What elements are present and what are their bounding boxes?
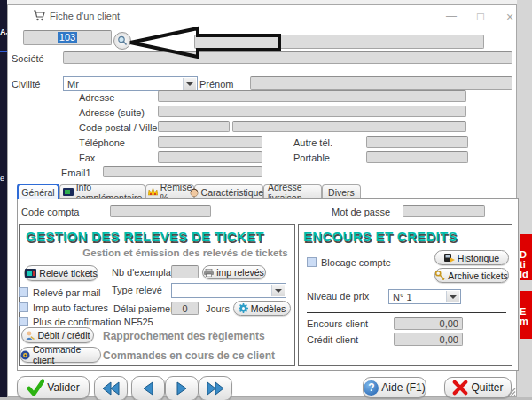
previous-record-icon — [141, 380, 155, 396]
face-icon — [190, 188, 199, 197]
background-divider — [0, 51, 7, 52]
encours-section-title: ENCOURS ET CREDITS — [303, 229, 458, 244]
minimize-icon[interactable]: — — [442, 10, 460, 22]
imp-auto-factures-label: Imp auto factures — [33, 302, 108, 313]
telephone-field[interactable] — [158, 136, 262, 148]
next-record-button[interactable] — [165, 376, 199, 400]
aide-button[interactable]: ? Aide (F1) — [363, 377, 426, 398]
tab-adresse-livraison[interactable]: Adresse livraison — [263, 184, 322, 199]
portable-label: Portable — [293, 153, 330, 163]
delai-paiement-label: Délai paiement — [113, 303, 178, 314]
societe-label: Société — [12, 53, 44, 64]
email1-field[interactable] — [103, 166, 262, 177]
nf525-checkbox[interactable] — [19, 317, 28, 326]
civilite-select[interactable]: Mr — [63, 76, 198, 91]
blocage-compte-checkbox[interactable] — [307, 257, 317, 267]
prenom-field[interactable] — [250, 76, 512, 90]
releve-par-mail-checkbox[interactable] — [19, 287, 28, 297]
commande-client-button[interactable]: Commande client — [20, 347, 101, 363]
nf525-label: Plus de confirmation NF525 — [33, 317, 153, 327]
help-icon: ? — [364, 380, 379, 396]
background-red-button[interactable]: E m — [520, 291, 532, 339]
chevron-down-icon[interactable] — [183, 78, 196, 90]
chevron-down-icon[interactable] — [271, 285, 285, 296]
client-form-window: Fiche d'un client — □ × 103 Société Civi… — [7, 4, 517, 397]
background-text-fragment: e — [0, 174, 4, 183]
nb-exemplaires-field[interactable] — [171, 265, 199, 278]
prenom-label: Prénom — [200, 79, 234, 90]
rapprochement-text: Rapprochement des règlements — [103, 330, 265, 342]
tab-remise[interactable]: Remise % — [145, 184, 194, 199]
ville-field[interactable] — [232, 121, 466, 132]
modeles-button[interactable]: Modèles — [233, 301, 291, 316]
tab-divers[interactable]: Divers — [322, 184, 361, 199]
jours-label: Jours — [206, 303, 230, 314]
mot-de-passe-field[interactable] — [403, 205, 485, 217]
tickets-section-title: GESTION DES RELEVES DE TICKET — [26, 229, 264, 244]
next-record-icon — [175, 380, 189, 396]
window-title: Fiche d'un client — [50, 11, 120, 21]
email1-label: Email1 — [61, 168, 91, 178]
tab-caracteristiques[interactable]: Caractéristiques — [194, 184, 263, 199]
client-number-field[interactable]: 103 — [23, 30, 112, 45]
previous-record-button[interactable] — [131, 376, 165, 400]
annotation-arrow-icon — [125, 25, 285, 60]
discount-icon — [148, 188, 158, 196]
adresse-field[interactable] — [158, 90, 466, 102]
code-postal-field[interactable] — [158, 121, 230, 132]
encours-client-field: 0,00 — [394, 317, 463, 330]
debit-credit-button[interactable]: Débit / crédit — [21, 327, 94, 343]
code-postal-ville-label: Code postal / Ville — [79, 122, 157, 133]
code-compta-label: Code compta — [21, 207, 79, 217]
historique-button[interactable]: Historique — [434, 250, 509, 265]
adresse-label: Adresse — [79, 92, 114, 103]
last-record-button[interactable] — [199, 376, 232, 400]
quit-icon — [452, 380, 468, 396]
delai-paiement-field[interactable]: 0 — [171, 302, 199, 315]
releve-tickets-button[interactable]: Relevé tickets — [24, 265, 98, 281]
civilite-value: Mr — [67, 79, 79, 90]
check-icon — [27, 379, 44, 396]
portable-field[interactable] — [366, 151, 468, 163]
background-left-strip: AJ e — [0, 0, 7, 400]
history-icon — [444, 253, 455, 263]
info-card-icon — [63, 188, 74, 196]
order-icon — [20, 350, 30, 360]
person-icon — [26, 331, 35, 341]
fax-field[interactable] — [158, 151, 262, 163]
receipt-machine-icon — [25, 269, 36, 278]
maximize-icon[interactable]: □ — [472, 10, 489, 23]
autre-tel-label: Autre tél. — [293, 137, 332, 148]
niveau-prix-select[interactable]: N° 1 — [388, 289, 461, 304]
printer-icon — [204, 269, 214, 277]
type-releve-label: Type relevé — [112, 285, 162, 295]
code-compta-field[interactable] — [110, 205, 211, 217]
fax-label: Fax — [79, 153, 95, 163]
credit-client-label: Crédit client — [307, 334, 358, 345]
title-bar[interactable]: Fiche d'un client — □ × — [8, 5, 516, 26]
imp-releves-button[interactable]: imp relevés — [202, 265, 266, 279]
type-releve-select[interactable] — [171, 283, 286, 298]
niveau-prix-value: N° 1 — [393, 292, 412, 302]
civilite-label: Civilité — [12, 79, 40, 90]
niveau-prix-label: Niveau de prix — [307, 291, 369, 302]
encours-client-label: Encours client — [307, 318, 368, 329]
background-right-strip: D ti ld E m — [517, 0, 532, 400]
chevron-down-icon[interactable] — [446, 291, 459, 302]
first-record-button[interactable] — [94, 376, 128, 400]
telephone-label: Téléphone — [79, 137, 125, 148]
tab-info-complementaire[interactable]: Info complémentaire — [59, 184, 145, 199]
close-icon[interactable]: × — [501, 10, 519, 24]
releve-par-mail-label: Relevé par mail — [33, 287, 100, 298]
imp-auto-factures-checkbox[interactable] — [19, 302, 28, 312]
resize-grip[interactable] — [507, 388, 516, 396]
encours-divider — [307, 312, 506, 313]
background-red-button[interactable]: D ti ld — [520, 234, 532, 280]
autre-tel-field[interactable] — [366, 136, 468, 148]
tab-general[interactable]: Général — [17, 184, 59, 199]
archive-tickets-button[interactable]: Archive tickets — [434, 268, 509, 283]
valider-button[interactable]: Valider — [17, 376, 90, 399]
blocage-compte-label: Blocage compte — [321, 257, 391, 268]
quitter-button[interactable]: Quitter — [444, 377, 512, 398]
adresse-suite-field[interactable] — [158, 106, 466, 117]
